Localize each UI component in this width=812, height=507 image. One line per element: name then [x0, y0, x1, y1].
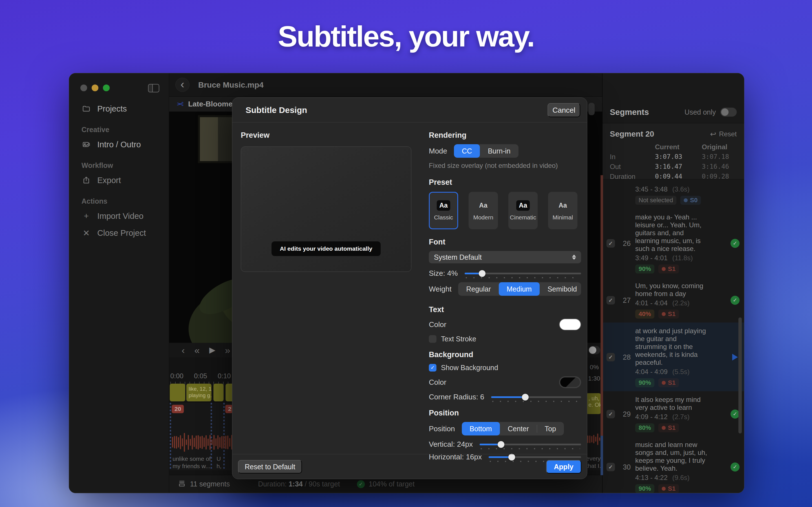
show-background-checkbox[interactable]: ✓ — [429, 364, 437, 372]
preset-card-label: Modern — [473, 214, 493, 221]
mode-option-cc[interactable]: CC — [454, 144, 480, 158]
apply-button[interactable]: Apply — [546, 460, 581, 473]
approved-check-icon: ✓ — [730, 296, 740, 305]
segment-row-26[interactable]: ✓26make you a- Yeah ...leisure or... Yea… — [603, 209, 744, 277]
scissors-icon: ✂ — [176, 99, 184, 109]
segment-row[interactable]: 3:45 - 3:48 (3.6s)Not selectedS0 — [603, 179, 744, 209]
preset-card-label: Classic — [434, 214, 453, 221]
sidebar-item-label: Import Video — [97, 212, 144, 221]
preset-card-classic[interactable]: AaClassic — [429, 192, 458, 229]
preset-sample-icon: Aa — [437, 200, 450, 211]
segments-panel: Segments Used only Segment 20 ↩ Reset Cu… — [602, 73, 744, 493]
preset-card-label: Minimal — [553, 214, 573, 221]
sidebar-item-close-project[interactable]: ✕ Close Project — [69, 224, 169, 241]
preset-heading: Preset — [429, 178, 581, 187]
modal-title: Subtitle Design — [246, 105, 307, 115]
volume-slider-fragment[interactable] — [589, 346, 600, 354]
sidebar-item-label: Export — [97, 176, 121, 185]
vertical-label: Vertical: 24px — [429, 440, 473, 449]
segment-number: 30 — [618, 463, 635, 471]
segments-stack-icon — [177, 480, 186, 489]
segments-list: 3:45 - 3:48 (3.6s)Not selectedS0✓26make … — [603, 179, 744, 493]
segment-checkbox[interactable]: ✓ — [606, 296, 615, 304]
preview-heading: Preview — [241, 131, 411, 140]
show-background-label: Show Background — [441, 363, 498, 372]
text-stroke-checkbox[interactable] — [429, 335, 437, 343]
segment-checkbox[interactable]: ✓ — [606, 410, 615, 418]
preset-card-minimal[interactable]: AaMinimal — [548, 192, 577, 229]
used-only-label: Used only — [684, 108, 716, 116]
background-color-swatch[interactable] — [559, 376, 581, 388]
undo-icon: ↩ — [710, 130, 716, 138]
sidebar-section-actions: Actions — [69, 189, 169, 208]
weight-option-regular[interactable]: Regular — [458, 282, 499, 296]
fast-forward-icon[interactable]: » — [225, 345, 231, 355]
sidebar-item-export[interactable]: Export — [69, 172, 169, 189]
segment-checkbox[interactable]: ✓ — [606, 239, 615, 247]
mode-label: Mode — [429, 147, 447, 156]
weight-option-semibold[interactable]: Semibold — [540, 282, 581, 296]
close-window-icon[interactable] — [80, 84, 87, 91]
font-size-slider[interactable] — [465, 269, 581, 278]
text-stroke-label: Text Stroke — [441, 335, 476, 343]
position-segmented-control: BottomCenterTop — [462, 422, 564, 436]
segment-number: 26 — [618, 239, 635, 247]
sidebar-item-intro-outro[interactable]: Intro / Outro — [69, 136, 169, 153]
detail-row-in: In3:07.033:07.18 — [610, 153, 737, 161]
top-bar: ‹ Bruce Music.mp4 — [169, 73, 603, 97]
preset-sample-icon: Aa — [516, 200, 530, 211]
segment-checkbox[interactable]: ✓ — [606, 353, 615, 361]
sidebar-item-import-video[interactable]: + Import Video — [69, 208, 169, 224]
play-icon[interactable]: ▶ — [209, 346, 215, 354]
segment-checkbox[interactable]: ✓ — [606, 463, 615, 471]
text-color-label: Color — [429, 320, 446, 329]
font-heading: Font — [429, 238, 581, 246]
font-family-select[interactable]: System Default — [429, 251, 581, 263]
segment-detail-card: Segment 20 ↩ Reset CurrentOriginalIn3:07… — [603, 123, 744, 179]
position-option-top[interactable]: Top — [537, 422, 564, 436]
preset-card-modern[interactable]: AaModern — [469, 192, 498, 229]
segment-row-28[interactable]: ✓28at work and just playingthe guitar an… — [603, 323, 744, 391]
preset-card-cinematic[interactable]: AaCinematic — [508, 192, 538, 229]
corner-radius-slider[interactable] — [491, 393, 581, 401]
subtitle-clip[interactable] — [213, 384, 223, 401]
minimize-window-icon[interactable] — [92, 84, 98, 91]
reset-to-default-button[interactable]: Reset to Default — [238, 460, 302, 473]
toolbar-button-fragment[interactable] — [589, 103, 595, 115]
clip-tab-label[interactable]: Late-Bloome — [188, 100, 232, 108]
zoom-window-icon[interactable] — [103, 84, 110, 91]
vertical-slider[interactable] — [479, 440, 581, 449]
target-check-icon: ✓ — [357, 480, 365, 488]
segment-number: 29 — [618, 410, 635, 418]
sidebar-item-label: Close Project — [97, 228, 146, 238]
used-only-toggle[interactable] — [720, 108, 737, 117]
segment-row-30[interactable]: ✓30music and learn newsongs and, um, jus… — [603, 436, 744, 493]
close-icon: ✕ — [82, 228, 91, 238]
segments-panel-title: Segments — [610, 108, 649, 117]
text-heading: Text — [429, 305, 581, 314]
position-option-bottom[interactable]: Bottom — [462, 422, 500, 436]
cancel-button[interactable]: Cancel — [548, 103, 580, 117]
page-title: Subtitles, your way. — [0, 20, 812, 53]
approved-check-icon: ✓ — [730, 462, 740, 471]
segment-minimap-blue — [601, 436, 603, 475]
rewind-icon[interactable]: « — [194, 345, 200, 355]
weight-label: Weight — [429, 285, 451, 293]
segment-reset-button[interactable]: ↩ Reset — [710, 130, 737, 138]
previous-frame-icon[interactable]: ‹ — [182, 345, 185, 355]
sidebar-item-projects[interactable]: Projects — [69, 100, 169, 117]
subtitle-clip[interactable]: , uh, te. Ok — [586, 393, 601, 414]
sidebar-toggle-icon[interactable] — [148, 84, 159, 93]
mode-option-burn-in[interactable]: Burn-in — [480, 144, 518, 158]
segment-marker[interactable] — [170, 403, 171, 470]
ruler-tick: 0:05 — [194, 372, 207, 380]
position-option-center[interactable]: Center — [500, 422, 537, 436]
text-color-swatch[interactable] — [559, 319, 581, 330]
subtitle-clip[interactable] — [170, 384, 185, 401]
back-button[interactable]: ‹ — [175, 78, 190, 92]
segment-row-29[interactable]: ✓29It also keeps my mindvery active to l… — [603, 391, 744, 436]
scrollbar[interactable] — [739, 318, 742, 434]
weight-option-medium[interactable]: Medium — [499, 282, 540, 296]
segment-row-27[interactable]: ✓27Um, you know, cominghome from a day4:… — [603, 277, 744, 323]
subtitle-clip[interactable]: like, 12, 1playing g… — [186, 384, 211, 401]
